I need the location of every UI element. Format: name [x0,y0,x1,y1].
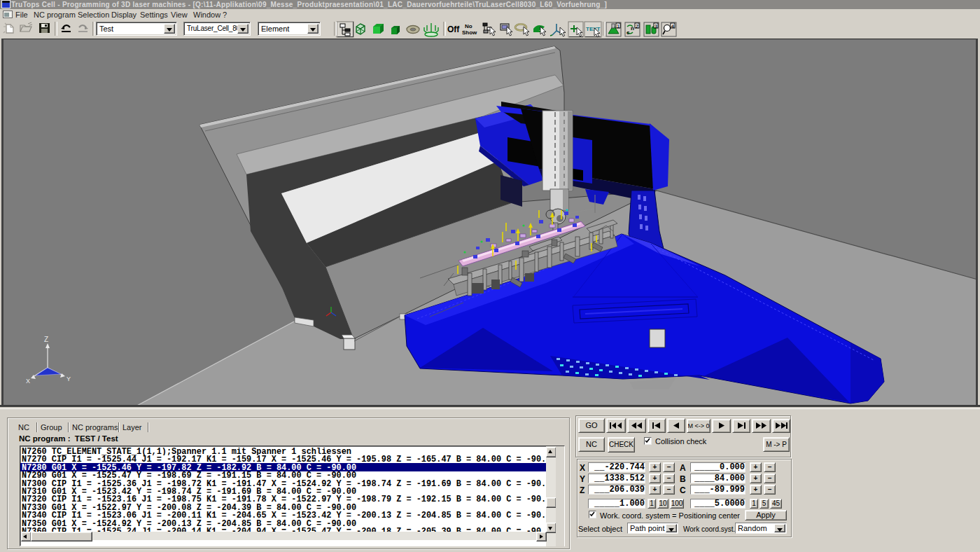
svg-text:Y: Y [66,375,71,382]
svg-text:4: 4 [671,24,674,29]
svg-text:No: No [465,23,472,29]
svg-text:c: c [626,29,630,36]
svg-text:2: 2 [636,24,638,29]
svg-text:X: X [26,378,30,385]
svg-text:n: n [631,25,634,32]
svg-text:1: 1 [617,24,620,29]
svg-text:Show: Show [462,29,477,36]
svg-text:Off: Off [447,25,460,34]
svg-text:Z: Z [44,336,48,343]
svg-text:3: 3 [654,24,657,29]
